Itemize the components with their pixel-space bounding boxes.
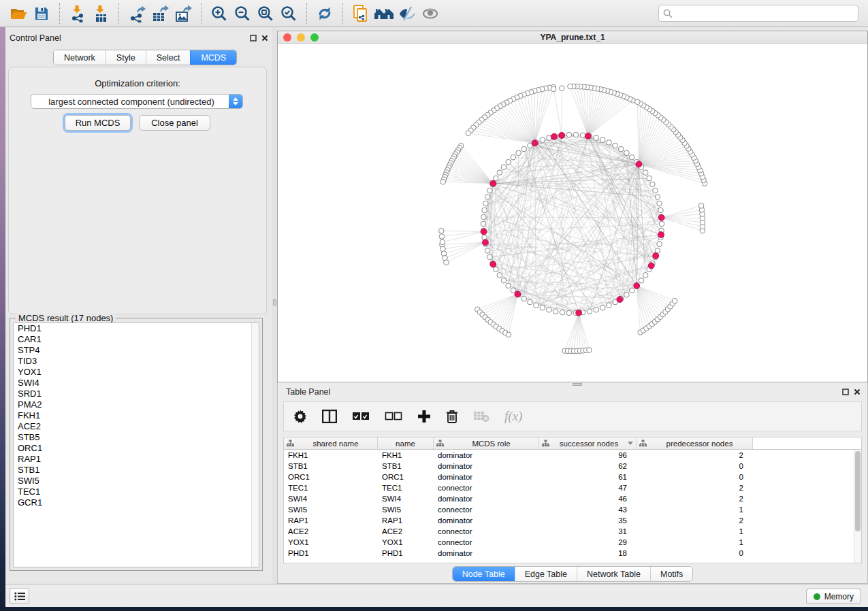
cell-shared-name[interactable]: PHD1 xyxy=(284,548,378,559)
table-row-fkh1[interactable]: FKH1FKH1dominator962 xyxy=(284,450,861,461)
export-network-button[interactable] xyxy=(125,3,148,24)
table-row-yox1[interactable]: YOX1YOX1connector291 xyxy=(284,537,861,548)
mcds-hub-node[interactable] xyxy=(617,297,623,303)
result-node-pma2[interactable]: PMA2 xyxy=(14,399,259,410)
optimization-criterion-select[interactable]: largest connected component (undirected) xyxy=(31,94,243,109)
cell-name[interactable]: STB1 xyxy=(378,461,434,472)
cell-predecessor-nodes[interactable]: 2 xyxy=(637,482,753,493)
cell-successor-nodes[interactable]: 46 xyxy=(539,493,637,504)
open-file-button[interactable] xyxy=(7,3,30,24)
mcds-hub-node[interactable] xyxy=(576,310,582,316)
cell-shared-name[interactable]: YOX1 xyxy=(284,537,378,548)
cell-shared-name[interactable]: ORC1 xyxy=(284,472,378,482)
cell-mcds-role[interactable]: dominator xyxy=(434,450,539,461)
zoom-out-button[interactable] xyxy=(231,3,254,24)
share-document-button[interactable] xyxy=(349,3,372,24)
result-node-orc1[interactable]: ORC1 xyxy=(14,443,259,454)
settings-gear-button[interactable] xyxy=(293,410,307,423)
column-header-shared-name[interactable]: shared name xyxy=(284,437,378,449)
result-node-fkh1[interactable]: FKH1 xyxy=(14,410,259,421)
task-history-button[interactable] xyxy=(10,588,29,604)
vertical-splitter[interactable] xyxy=(272,27,277,584)
cell-successor-nodes[interactable]: 62 xyxy=(539,461,637,472)
maximize-window-icon[interactable] xyxy=(310,33,319,42)
close-window-icon[interactable] xyxy=(283,33,291,42)
result-node-yox1[interactable]: YOX1 xyxy=(14,367,259,378)
mcds-hub-node[interactable] xyxy=(490,261,496,267)
result-node-tec1[interactable]: TEC1 xyxy=(14,486,259,497)
close-panel-button[interactable]: Close panel xyxy=(139,115,210,131)
cell-mcds-role[interactable]: dominator xyxy=(434,515,539,526)
cell-successor-nodes[interactable]: 29 xyxy=(539,537,637,548)
mcds-hub-node[interactable] xyxy=(653,253,659,259)
mcds-hub-node[interactable] xyxy=(551,133,557,139)
column-header-predecessor-nodes[interactable]: predecessor nodes xyxy=(637,437,753,449)
cell-predecessor-nodes[interactable]: 2 xyxy=(637,515,753,526)
cell-predecessor-nodes[interactable]: 1 xyxy=(637,537,753,548)
cell-name[interactable]: RAP1 xyxy=(378,515,434,526)
mcds-hub-node[interactable] xyxy=(658,232,664,238)
cell-mcds-role[interactable]: dominator xyxy=(434,461,539,472)
memory-button[interactable]: Memory xyxy=(806,589,861,604)
search-input[interactable] xyxy=(673,7,854,20)
cell-predecessor-nodes[interactable]: 2 xyxy=(637,493,753,504)
import-network-button[interactable] xyxy=(66,3,89,24)
save-session-button[interactable] xyxy=(30,3,53,24)
cell-successor-nodes[interactable]: 18 xyxy=(539,548,637,559)
cell-successor-nodes[interactable]: 43 xyxy=(539,504,637,515)
cell-shared-name[interactable]: STB1 xyxy=(284,461,378,472)
cell-mcds-role[interactable]: dominator xyxy=(434,472,539,482)
deselect-all-button[interactable] xyxy=(385,412,402,421)
mcds-hub-node[interactable] xyxy=(634,283,640,289)
tab-style[interactable]: Style xyxy=(106,50,146,65)
result-node-swi5[interactable]: SWI5 xyxy=(14,476,259,486)
mcds-hub-node[interactable] xyxy=(515,291,521,297)
cell-successor-nodes[interactable]: 31 xyxy=(539,526,637,537)
tab-mcds[interactable]: MCDS xyxy=(190,50,236,65)
table-row-swi4[interactable]: SWI4SWI4dominator462 xyxy=(284,493,861,504)
cell-name[interactable]: FKH1 xyxy=(378,450,434,461)
cell-predecessor-nodes[interactable]: 2 xyxy=(637,450,753,461)
result-node-car1[interactable]: CAR1 xyxy=(14,334,259,345)
select-all-button[interactable] xyxy=(352,412,370,421)
result-node-ace2[interactable]: ACE2 xyxy=(14,421,259,432)
cell-mcds-role[interactable]: dominator xyxy=(434,493,539,504)
cell-name[interactable]: SWI5 xyxy=(378,504,434,515)
network-graph[interactable] xyxy=(278,44,867,382)
result-node-stb1[interactable]: STB1 xyxy=(14,465,259,476)
cell-mcds-role[interactable]: connector xyxy=(434,504,539,515)
cell-shared-name[interactable]: RAP1 xyxy=(284,515,378,526)
tab-select[interactable]: Select xyxy=(146,50,191,65)
home-overview-button[interactable] xyxy=(372,3,396,24)
zoom-in-button[interactable] xyxy=(208,3,231,24)
cell-predecessor-nodes[interactable]: 0 xyxy=(637,548,753,559)
result-node-tid3[interactable]: TID3 xyxy=(14,356,259,367)
result-node-stb5[interactable]: STB5 xyxy=(14,432,259,443)
cell-name[interactable]: ACE2 xyxy=(378,526,434,537)
mcds-hub-node[interactable] xyxy=(585,133,591,139)
cell-successor-nodes[interactable]: 35 xyxy=(539,515,637,526)
table-row-swi5[interactable]: SWI5SWI5connector431 xyxy=(284,504,861,515)
mcds-hub-node[interactable] xyxy=(559,133,565,139)
cell-predecessor-nodes[interactable]: 1 xyxy=(637,526,753,537)
mcds-result-list[interactable]: PHD1CAR1STP4TID3YOX1SWI4SRD1PMA2FKH1ACE2… xyxy=(13,323,259,567)
show-columns-button[interactable] xyxy=(322,410,337,423)
close-panel-icon[interactable] xyxy=(854,389,861,395)
cell-predecessor-nodes[interactable]: 0 xyxy=(637,472,753,482)
float-panel-icon[interactable] xyxy=(250,35,257,42)
mcds-hub-node[interactable] xyxy=(636,161,642,167)
result-list-scrollbar[interactable] xyxy=(251,323,259,567)
refresh-button[interactable] xyxy=(313,3,336,24)
cell-predecessor-nodes[interactable]: 0 xyxy=(637,461,753,472)
cell-shared-name[interactable]: TEC1 xyxy=(284,482,378,493)
close-panel-icon[interactable] xyxy=(261,35,268,42)
column-header-name[interactable]: name xyxy=(378,437,434,449)
cell-name[interactable]: SWI4 xyxy=(378,493,434,504)
import-table-button[interactable] xyxy=(89,3,112,24)
result-node-srd1[interactable]: SRD1 xyxy=(14,389,259,399)
sort-caret-icon[interactable] xyxy=(628,442,633,445)
tab-node-table[interactable]: Node Table xyxy=(453,567,515,581)
table-scrollbar[interactable] xyxy=(854,450,861,563)
result-node-phd1[interactable]: PHD1 xyxy=(14,323,259,334)
export-image-button[interactable] xyxy=(172,3,195,24)
